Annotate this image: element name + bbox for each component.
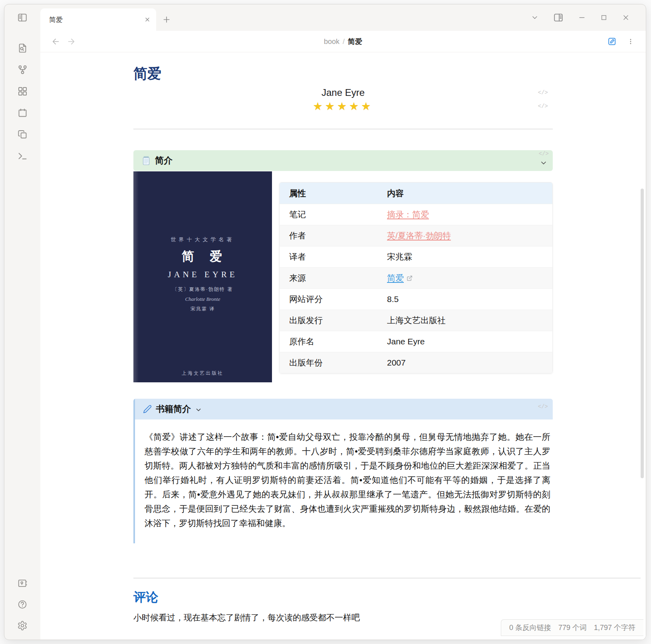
table-row: 网站评分8.5 [280, 288, 552, 310]
table-row: 出版发行上海文艺出版社 [280, 310, 552, 331]
summary-callout: 书籍简介 </> 《简爱》讲述了这样一个故事：简•爱自幼父母双亡，投靠冷酷的舅母… [133, 399, 553, 543]
code-button[interactable]: </> [538, 103, 548, 109]
property-label: 出版年份 [280, 352, 377, 373]
cover-series: 世界十大文学名著 [171, 236, 235, 243]
property-table: 属性 内容 笔记摘录：简爱作者英/夏洛蒂·勃朗特译者宋兆霖来源简爱网站评分8.5… [279, 182, 553, 374]
settings-button[interactable] [17, 620, 28, 631]
edit-icon [607, 36, 617, 46]
dashboard-button[interactable] [17, 86, 28, 97]
intro-callout-title: 简介 [155, 155, 173, 167]
summary-text: 《简爱》讲述了这样一个故事：简•爱自幼父母双亡，投靠冷酷的舅母，但舅母无情地抛弃… [135, 419, 553, 543]
minimize-button[interactable] [578, 14, 586, 22]
code-button[interactable]: </> [538, 89, 548, 96]
table-row: 来源简爱 [280, 267, 552, 288]
calendar-icon [17, 107, 28, 118]
table-row: 作者英/夏洛蒂·勃朗特 [280, 225, 552, 246]
rating-stars: ★★★★★ [133, 100, 553, 113]
chevron-down-icon[interactable] [195, 406, 202, 413]
book-subtitle: Jane Eyre [133, 87, 553, 98]
book-spine [133, 171, 139, 382]
gear-icon [17, 620, 28, 631]
summary-callout-header[interactable]: 书籍简介 </> [135, 399, 553, 419]
dashboard-icon [17, 86, 28, 97]
char-count: 1,797 个字符 [594, 623, 635, 632]
tab-list-button[interactable] [531, 14, 539, 22]
property-value: 8.5 [377, 288, 552, 310]
cover-publisher: 上海文艺出版社 [133, 370, 272, 377]
edit-mode-button[interactable] [607, 36, 617, 46]
view-header: book/简爱 [40, 31, 646, 52]
status-bar: 0 条反向链接 779 个词 1,797 个字符 [501, 619, 643, 636]
file-search-icon [17, 43, 28, 54]
maximize-button[interactable] [600, 14, 607, 21]
intro-callout-content: 世界十大文学名著 简 爱 JANE EYRE 〔英〕夏洛蒂·勃朗特 著 Char… [133, 171, 553, 382]
main-pane: book/简爱 [40, 31, 646, 640]
chevron-down-icon [531, 14, 539, 22]
word-count: 779 个词 [558, 623, 587, 632]
maximize-icon [600, 14, 607, 21]
vault-icon [17, 578, 28, 588]
kebab-menu-icon [627, 37, 635, 46]
code-button[interactable]: </> [539, 151, 549, 157]
cover-title-cn: 简 爱 [182, 248, 224, 265]
graph-icon [17, 64, 28, 75]
tab-title: 简爱 [49, 15, 141, 24]
note-content: 简爱 Jane Eyre </> ★★★★★ </> [40, 52, 646, 640]
internal-link[interactable]: 摘录：简爱 [387, 210, 429, 219]
property-value: 简爱 [377, 267, 552, 288]
more-options-button[interactable] [627, 37, 635, 46]
window-close-button[interactable] [622, 14, 630, 22]
table-row: 译者宋兆霖 [280, 246, 552, 267]
graph-view-button[interactable] [17, 64, 28, 75]
terminal-button[interactable] [17, 151, 28, 161]
plus-icon [163, 16, 171, 24]
intro-callout-header[interactable]: 简介 </> [133, 150, 553, 171]
toggle-left-sidebar-button[interactable] [4, 4, 40, 31]
cover-title-en: JANE EYRE [168, 270, 237, 280]
breadcrumb-separator: / [343, 38, 345, 46]
property-label: 来源 [280, 267, 377, 288]
table-row: 笔记摘录：简爱 [280, 204, 552, 225]
property-value: Jane Eyre [377, 331, 552, 352]
pencil-icon [143, 405, 152, 413]
subtitle-row: Jane Eyre </> [133, 87, 553, 98]
help-button[interactable] [17, 599, 28, 610]
summary-callout-title: 书籍简介 [156, 403, 191, 415]
quick-switcher-button[interactable] [17, 43, 28, 54]
info-table-body: 笔记摘录：简爱作者英/夏洛蒂·勃朗特译者宋兆霖来源简爱网站评分8.5出版发行上海… [280, 204, 552, 373]
comment-text: 小时候看过，现在基本忘了剧情了，每次读的感受都不一样吧 [133, 612, 553, 623]
cover-author-en: Charlotte Bronte [185, 296, 220, 302]
book-cover-image[interactable]: 世界十大文学名著 简 爱 JANE EYRE 〔英〕夏洛蒂·勃朗特 著 Char… [133, 171, 272, 382]
property-label: 原作名 [280, 331, 377, 352]
code-button[interactable]: </> [538, 403, 548, 410]
window-close-icon [622, 14, 630, 22]
external-link[interactable]: 简爱 [387, 272, 404, 284]
comments-heading: 评论 [133, 589, 553, 606]
breadcrumb-current[interactable]: 简爱 [348, 38, 362, 46]
tab-close-button[interactable] [144, 16, 151, 23]
property-label: 作者 [280, 225, 377, 246]
backlinks-count[interactable]: 0 条反向链接 [509, 623, 551, 632]
property-label: 译者 [280, 246, 377, 267]
internal-link[interactable]: 英/夏洛蒂·勃朗特 [387, 231, 451, 240]
scrollbar-thumb[interactable] [641, 189, 644, 478]
vault-switcher-button[interactable] [17, 578, 28, 588]
close-icon [144, 16, 151, 23]
minimize-icon [578, 14, 586, 22]
page-title: 简爱 [133, 64, 553, 83]
copy-button[interactable] [17, 129, 28, 140]
section-divider [133, 578, 641, 578]
property-label: 网站评分 [280, 288, 377, 310]
calendar-button[interactable] [17, 107, 28, 118]
chevron-down-icon[interactable] [540, 159, 548, 167]
toggle-right-sidebar-button[interactable] [553, 12, 564, 23]
tab-jane-eyre[interactable]: 简爱 [40, 8, 156, 31]
table-row: 出版年份2007 [280, 352, 552, 373]
notepad-icon [141, 155, 151, 166]
new-tab-button[interactable] [156, 8, 177, 31]
copy-icon [17, 129, 28, 140]
panel-left-icon [17, 12, 28, 23]
breadcrumb-parent[interactable]: book [324, 38, 339, 46]
divider [133, 129, 553, 129]
property-value: 上海文艺出版社 [377, 310, 552, 331]
